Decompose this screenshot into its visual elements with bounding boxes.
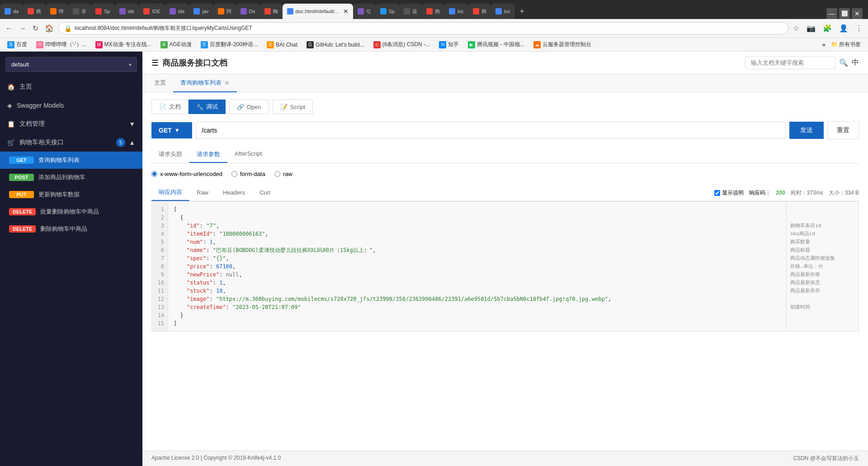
page-tabs-bar: 主页 查询购物车列表 ✕ [142, 74, 868, 92]
browser-tab[interactable]: 商 [422, 4, 444, 19]
browser-tab[interactable]: loc [444, 4, 468, 19]
sidebar-api-delete-batch[interactable]: DELETE 批量删除购物车中商品 [0, 203, 142, 220]
script-tab[interactable]: 📝 Script [273, 100, 313, 114]
screenshot-button[interactable]: 📷 [805, 22, 817, 34]
browser-tab[interactable]: Sp [91, 4, 114, 19]
bookmark-bai-chat[interactable]: BBAI Chat [263, 40, 301, 49]
page-tab-cart-list[interactable]: 查询购物车列表 ✕ [173, 74, 237, 92]
browser-tab[interactable]: 设 [399, 4, 422, 19]
browser-tab[interactable]: jav [189, 4, 213, 19]
request-line: GET ▼ 发送 重置 [151, 121, 859, 139]
bookmark-bilibili[interactable]: 哔哔哩哔哩（'-'）... [33, 40, 90, 49]
browser-tab[interactable]: da [0, 4, 23, 19]
refresh-button[interactable]: ↻ [31, 22, 40, 34]
language-icon[interactable]: 中 [852, 58, 859, 67]
address-bar[interactable]: 🔒 localhost:8084/doc.html#/default/购物车相关… [58, 22, 788, 34]
bookmark-csdn[interactable]: C(6条消息) CSDN -... [370, 40, 434, 49]
browser-tab[interactable]: 非 [68, 4, 91, 19]
bookmark-baidu[interactable]: B百度 [4, 40, 31, 49]
method-badge-delete-1: DELETE [9, 208, 36, 215]
tab-close-icon[interactable]: ✕ [343, 8, 349, 15]
method-badge-delete-2: DELETE [9, 225, 36, 233]
browser-tab[interactable]: 商 [23, 4, 46, 19]
back-button[interactable]: ← [4, 23, 14, 34]
url-input[interactable] [196, 122, 786, 139]
browser-tab[interactable]: 蜘 [260, 4, 283, 19]
sidebar-item-swagger-label: Swagger Models [17, 102, 64, 109]
page-tab-cart-label: 查询购物车列表 [180, 79, 222, 87]
sidebar-item-swagger[interactable]: ◈ Swagger Models [0, 96, 142, 114]
page-title: 商品服务接口文档 [162, 57, 227, 68]
bookmark-zhihu[interactable]: 知知乎 [435, 40, 462, 49]
browser-tab[interactable]: 引 [353, 4, 376, 19]
bookmarks-bar: B百度 哔哔哩哔哩（'-'）... MMX动漫-专注在线... AAGE动漫 百… [0, 38, 868, 52]
radio-raw[interactable]: raw [274, 171, 292, 177]
browser-tabs-bar: da 商 哔 非 Sp ide IDE ide jav 阿 De 蜘 doc.h… [0, 0, 868, 19]
sidebar-item-home[interactable]: 🏠 主页 [0, 77, 142, 96]
window-controls: — ⬜ ✕ [821, 8, 868, 19]
browser-tab[interactable]: IDE [139, 4, 165, 19]
response-tab-raw[interactable]: Raw [189, 185, 216, 200]
radio-urlencoded[interactable]: x-www-form-urlencoded [151, 171, 222, 177]
page-tab-home[interactable]: 主页 [147, 74, 173, 92]
bookmark-all[interactable]: 📁 所有书签 [827, 40, 864, 49]
minimize-button[interactable]: — [826, 8, 837, 19]
forward-button[interactable]: → [17, 23, 28, 34]
profile-button[interactable]: 👤 [837, 22, 850, 34]
menu-hamburger-icon[interactable]: ☰ [151, 58, 159, 68]
sidebar: default 🏠 主页 ◈ Swagger Models 📋 文档管理 ▼ [0, 52, 142, 466]
bookmark-github[interactable]: GGitHub: Let's build... [303, 40, 368, 49]
browser-tab[interactable]: ide [165, 4, 189, 19]
maximize-button[interactable]: ⬜ [839, 8, 850, 19]
new-tab-button[interactable]: + [515, 7, 529, 16]
show-desc-checkbox[interactable]: 显示说明 [714, 189, 744, 197]
sidebar-api-delete-batch-label: 批量删除购物车中商品 [40, 208, 99, 216]
browser-tab[interactable]: 阿 [213, 4, 236, 19]
params-tab-afterscript[interactable]: AfterScript [227, 147, 269, 163]
radio-formdata[interactable]: form-data [231, 171, 265, 177]
sidebar-item-docs[interactable]: 📋 文档管理 ▼ [0, 114, 142, 133]
method-badge-get: GET [9, 157, 34, 164]
browser-tab[interactable]: loc [491, 4, 515, 19]
browser-tab[interactable]: 哔 [46, 4, 68, 19]
response-tab-curl[interactable]: Curl [252, 185, 278, 200]
send-button[interactable]: 发送 [789, 122, 824, 139]
params-tab-params[interactable]: 请求参数 [189, 147, 227, 163]
open-tab[interactable]: 🔗 Open [229, 100, 269, 114]
page-tab-close-icon[interactable]: ✕ [224, 79, 230, 86]
bookmark-age[interactable]: AAGE动漫 [157, 40, 195, 49]
doc-tab[interactable]: 📄 文档 [151, 100, 189, 114]
sidebar-api-get-carts[interactable]: GET 查询购物车列表 [0, 152, 142, 169]
home-button[interactable]: 🏠 [43, 22, 56, 34]
main-content: ☰ 商品服务接口文档 🔍 中 主页 查询购物车列表 ✕ [142, 52, 868, 466]
sidebar-api-put-cart[interactable]: PUT 更新购物车数据 [0, 186, 142, 203]
browser-tab-active[interactable]: doc.html#/default/...✕ [283, 4, 353, 19]
search-icon[interactable]: 🔍 [839, 58, 848, 67]
open-icon: 🔗 [237, 104, 244, 110]
browser-tab[interactable]: 商 [468, 4, 491, 19]
method-select[interactable]: GET ▼ [151, 122, 192, 138]
browser-tab[interactable]: ide [115, 4, 139, 19]
params-tab-headers[interactable]: 请求头部 [151, 147, 189, 163]
close-button[interactable]: ✕ [852, 8, 863, 19]
api-selector[interactable]: default [5, 57, 137, 72]
bookmark-mxanime[interactable]: MMX动漫-专注在线... [92, 40, 155, 49]
debug-tab[interactable]: 🔧 调试 [189, 100, 226, 114]
more-bookmarks-button[interactable]: » [822, 41, 825, 48]
bookmark-star-button[interactable]: ☆ [791, 22, 801, 34]
content-type-group: x-www-form-urlencoded form-data raw [151, 171, 859, 177]
search-input[interactable] [745, 56, 835, 69]
browser-tab[interactable]: De [236, 4, 260, 19]
menu-button[interactable]: ⋮ [854, 22, 864, 34]
sidebar-api-post-cart[interactable]: POST 添加商品到购物车 [0, 169, 142, 186]
bookmark-cloud[interactable]: ☁云服务器管理控制台 [530, 40, 595, 49]
response-tab-content[interactable]: 响应内容 [151, 185, 189, 201]
bookmark-tencent-video[interactable]: ▶腾讯视频 - 中国领... [464, 40, 528, 49]
extensions-button[interactable]: 🧩 [821, 22, 834, 34]
response-tab-headers[interactable]: Headers [216, 185, 252, 200]
reset-button[interactable]: 重置 [827, 121, 859, 139]
browser-tab[interactable]: Sp [376, 4, 399, 19]
sidebar-api-delete-single[interactable]: DELETE 删除购物车中商品 [0, 220, 142, 238]
bookmark-translate[interactable]: 百百度翻译-200种语... [197, 40, 261, 49]
sidebar-item-cart[interactable]: 🛒 购物车相关接口 5 ▲ [0, 133, 142, 152]
